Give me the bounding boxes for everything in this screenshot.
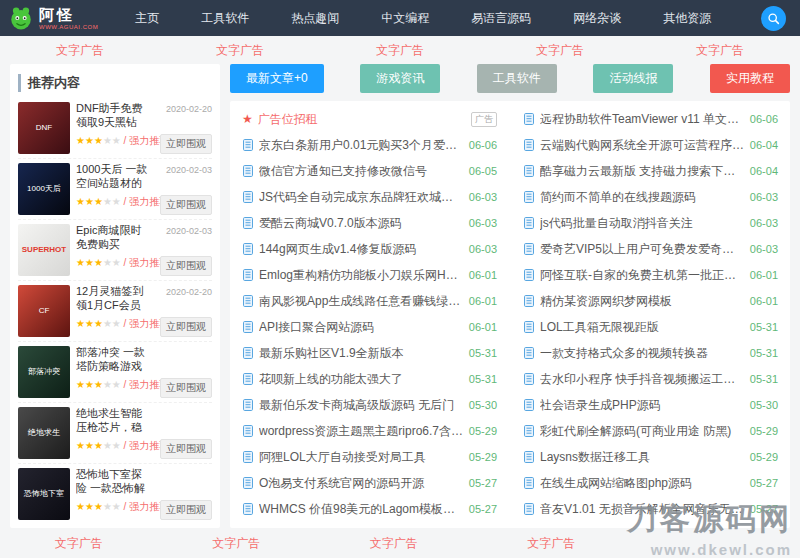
search-button[interactable] bbox=[761, 6, 786, 31]
text-ad-1[interactable]: 文字广告 bbox=[55, 535, 103, 552]
recommend-item-date: 2020-02-03 bbox=[166, 165, 212, 175]
nav-item-2[interactable]: 工具软件 bbox=[180, 0, 270, 36]
star-icons: ★★★ bbox=[76, 501, 103, 512]
category-button-5[interactable]: 实用教程 bbox=[710, 64, 790, 93]
star-icons: ★★★ bbox=[76, 135, 103, 146]
watch-button[interactable]: 立即围观 bbox=[160, 378, 212, 398]
article-title: 南风影视App生成线路任意看赚钱绿化版 bbox=[259, 293, 464, 310]
article-row[interactable]: 远程协助软件TeamViewer v11 单文件版06-06 bbox=[523, 106, 778, 132]
main-panel: 最新文章+0游戏资讯工具软件活动线报实用教程 ★广告位招租广告京东白条新用户0.… bbox=[230, 64, 790, 528]
article-row[interactable]: 云端购代购网系统全开源可运营程序推荐06-04 bbox=[523, 132, 778, 158]
article-date: 06-04 bbox=[750, 139, 778, 151]
recommend-item[interactable]: 绝地求生绝地求生智能压枪芯片，稳定大号使用，永久免费★★★★★ / 强力推荐立即… bbox=[18, 403, 212, 464]
article-row[interactable]: API接口聚合网站源码06-01 bbox=[242, 314, 497, 340]
watch-button[interactable]: 立即围观 bbox=[160, 500, 212, 520]
document-icon bbox=[523, 399, 535, 411]
article-row[interactable]: 爱奇艺VIP5以上用户可免费发爱奇艺VIP红包06-03 bbox=[523, 236, 778, 262]
article-date: 06-01 bbox=[469, 269, 497, 281]
recommend-item-title: Epic商城限时免费购买《SUPERHOT》游戏 bbox=[76, 224, 151, 252]
category-button-1[interactable]: 最新文章+0 bbox=[230, 64, 324, 93]
nav-item-7[interactable]: 其他资源 bbox=[642, 0, 732, 36]
document-icon bbox=[523, 373, 535, 385]
article-row[interactable]: 一款支持格式众多的视频转换器05-31 bbox=[523, 340, 778, 366]
article-row[interactable]: 微信官方通知已支持修改微信号06-05 bbox=[242, 158, 497, 184]
article-row[interactable]: 最新乐购社区V1.9全新版本05-31 bbox=[242, 340, 497, 366]
nav-item-1[interactable]: 主页 bbox=[114, 0, 180, 36]
recommend-item[interactable]: 部落冲突部落冲突 一款塔防策略游戏★★★★★ / 强力推荐立即围观 bbox=[18, 342, 212, 403]
article-row[interactable]: 简约而不简单的在线搜题源码06-03 bbox=[523, 184, 778, 210]
recommend-item-date: 2020-02-20 bbox=[166, 104, 212, 114]
article-row[interactable]: O泡易支付系统官网的源码开源05-27 bbox=[242, 470, 497, 496]
article-row[interactable]: JS代码全自动完成京东品牌狂欢城活动任务06-03 bbox=[242, 184, 497, 210]
text-ad-4[interactable]: 文字广告 bbox=[527, 535, 575, 552]
article-date: 06-06 bbox=[750, 113, 778, 125]
article-row[interactable]: 彩虹代刷全解源码(可商业用途 防黑)05-29 bbox=[523, 418, 778, 444]
article-row[interactable]: ★广告位招租广告 bbox=[242, 106, 497, 132]
text-ad-4[interactable]: 文字广告 bbox=[536, 42, 584, 59]
document-icon bbox=[242, 243, 254, 255]
document-icon bbox=[523, 503, 535, 515]
article-title: wordpress资源主题黑主题ripro6.7含美化包 bbox=[259, 423, 464, 440]
star-icons-empty: ★★ bbox=[103, 440, 121, 451]
watch-button[interactable]: 立即围观 bbox=[160, 317, 212, 337]
recommend-item-title: 12月灵猫签到领1月CF会员 bbox=[76, 285, 151, 313]
nav-item-3[interactable]: 热点趣闻 bbox=[270, 0, 360, 36]
text-ad-2[interactable]: 文字广告 bbox=[212, 535, 260, 552]
article-row[interactable]: 社会语录生成PHP源码05-30 bbox=[523, 392, 778, 418]
article-row[interactable]: 爱酷云商城V0.7.0版本源码06-03 bbox=[242, 210, 497, 236]
category-button-4[interactable]: 活动线报 bbox=[593, 64, 673, 93]
recommend-item[interactable]: SUPERHOTEpic商城限时免费购买《SUPERHOT》游戏★★★★★ / … bbox=[18, 220, 212, 281]
nav-item-6[interactable]: 网络杂谈 bbox=[552, 0, 642, 36]
article-row[interactable]: js代码批量自动取消抖音关注06-03 bbox=[523, 210, 778, 236]
recommend-item[interactable]: 1000天后1000天后 一款空间站题材的太空模拟经营游戏★★★★★ / 强力推… bbox=[18, 159, 212, 220]
article-row[interactable]: 酷享磁力云最新版 支持磁力搜索下载和一键06-04 bbox=[523, 158, 778, 184]
article-row[interactable]: 最新伯乐发卡商城高级版源码 无后门05-30 bbox=[242, 392, 497, 418]
article-row[interactable]: 音友V1.01 无损音乐解析全网音乐无损免费听05-27 bbox=[523, 496, 778, 522]
watch-button[interactable]: 立即围观 bbox=[160, 439, 212, 459]
article-row[interactable]: 阿怪互联-自家的免费主机第一批正式开启06-01 bbox=[523, 262, 778, 288]
article-title: 远程协助软件TeamViewer v11 单文件版 bbox=[540, 111, 745, 128]
text-ad-3[interactable]: 文字广告 bbox=[376, 42, 424, 59]
article-row[interactable]: 精仿某资源网织梦网模板06-01 bbox=[523, 288, 778, 314]
article-row[interactable]: WHMCS 价值98美元的Lagom模板开源05-27 bbox=[242, 496, 497, 522]
thumb-image: 部落冲突 bbox=[18, 346, 70, 398]
article-row[interactable]: 在线生成网站缩略图php源码05-27 bbox=[523, 470, 778, 496]
thumb-image: 恐怖地下室 bbox=[18, 468, 70, 520]
recommend-item-body: 绝地求生智能压枪芯片，稳定大号使用，永久免费★★★★★ / 强力推荐 bbox=[76, 407, 151, 459]
document-icon bbox=[242, 217, 254, 229]
category-button-3[interactable]: 工具软件 bbox=[477, 64, 557, 93]
watch-button[interactable]: 立即围观 bbox=[160, 195, 212, 215]
article-date: 06-03 bbox=[750, 243, 778, 255]
article-row[interactable]: 花呗新上线的功能太强大了05-31 bbox=[242, 366, 497, 392]
text-ad-2[interactable]: 文字广告 bbox=[216, 42, 264, 59]
article-row[interactable]: LOL工具箱无限视距版05-31 bbox=[523, 314, 778, 340]
article-row[interactable]: 144g网页生成v1.4修复版源码06-03 bbox=[242, 236, 497, 262]
article-title: JS代码全自动完成京东品牌狂欢城活动任务 bbox=[259, 189, 464, 206]
recommend-item[interactable]: 恐怖地下室恐怖地下室探险 一款恐怖解谜类游戏★★★★★ / 强力推荐立即围观 bbox=[18, 464, 212, 524]
article-row[interactable]: 去水印小程序 快手抖音视频搬运工上热门必备05-31 bbox=[523, 366, 778, 392]
recommend-item-body: 恐怖地下室探险 一款恐怖解谜类游戏★★★★★ / 强力推荐 bbox=[76, 468, 151, 520]
article-row[interactable]: Emlog重构精仿功能板小刀娱乐网HFoldao模板06-01 bbox=[242, 262, 497, 288]
article-row[interactable]: 阿狸LOL大厅自动接受对局工具05-29 bbox=[242, 444, 497, 470]
recommend-item[interactable]: CF12月灵猫签到领1月CF会员★★★★★ / 强力推荐2020-02-20立即… bbox=[18, 281, 212, 342]
article-row[interactable]: Laysns数据迁移工具05-29 bbox=[523, 444, 778, 470]
article-row[interactable]: wordpress资源主题黑主题ripro6.7含美化包05-29 bbox=[242, 418, 497, 444]
watch-button[interactable]: 立即围观 bbox=[160, 134, 212, 154]
recommend-item-date: 2020-02-03 bbox=[166, 226, 212, 236]
nav-item-5[interactable]: 易语言源码 bbox=[450, 0, 552, 36]
text-ad-1[interactable]: 文字广告 bbox=[56, 42, 104, 59]
article-date: 05-27 bbox=[469, 477, 497, 489]
logo[interactable]: 阿怪 WWW.AGUAI.COM bbox=[0, 5, 108, 31]
text-ad-3[interactable]: 文字广告 bbox=[370, 535, 418, 552]
article-row[interactable]: 南风影视App生成线路任意看赚钱绿化版06-01 bbox=[242, 288, 497, 314]
article-title: 微信官方通知已支持修改微信号 bbox=[259, 163, 464, 180]
article-title: js代码批量自动取消抖音关注 bbox=[540, 215, 745, 232]
document-icon bbox=[242, 503, 254, 515]
nav-item-4[interactable]: 中文编程 bbox=[360, 0, 450, 36]
watch-button[interactable]: 立即围观 bbox=[160, 256, 212, 276]
article-date: 06-03 bbox=[750, 191, 778, 203]
article-row[interactable]: 京东白条新用户0.01元购买3个月爱奇艺黑钻06-06 bbox=[242, 132, 497, 158]
text-ad-5[interactable]: 文字广告 bbox=[696, 42, 744, 59]
category-button-2[interactable]: 游戏资讯 bbox=[360, 64, 440, 93]
recommend-item[interactable]: DNFDNF助手免费领取9天黑钻★★★★★ / 强力推荐2020-02-20立即… bbox=[18, 98, 212, 159]
